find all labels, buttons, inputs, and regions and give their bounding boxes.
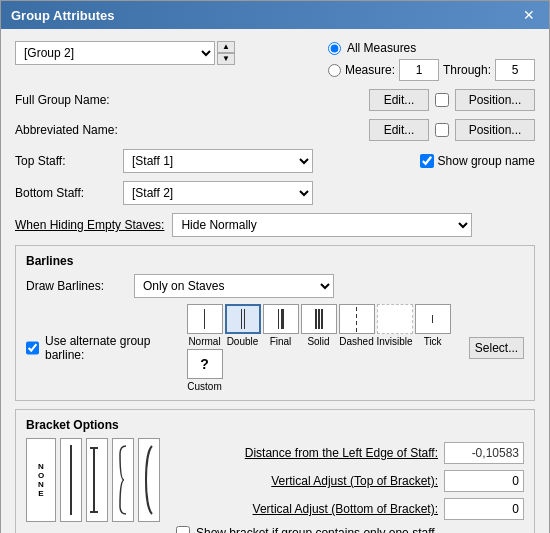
group-select[interactable]: [Group 2] <box>15 41 215 65</box>
bracket-curved[interactable] <box>138 438 160 522</box>
bottom-staff-label: Bottom Staff: <box>15 186 115 200</box>
spin-down-button[interactable]: ▼ <box>217 53 235 65</box>
all-measures-radio[interactable] <box>328 42 341 55</box>
vertical-bottom-row: Vertical Adjust (Bottom of Bracket): 0 <box>176 498 524 520</box>
barline-solid-label: Solid <box>307 336 329 347</box>
draw-barlines-select[interactable]: Only on Staves <box>134 274 334 298</box>
barline-final-label: Final <box>270 336 292 347</box>
distance-input[interactable]: -0,10583 <box>444 442 524 464</box>
bracket-curved-icon <box>142 444 156 516</box>
barline-tick[interactable]: Tick <box>415 304 451 347</box>
bracket-line-icon <box>70 445 72 515</box>
show-group-name-checkbox[interactable] <box>420 154 434 168</box>
dialog-title: Group Attributes <box>11 8 115 23</box>
barline-tick-label: Tick <box>424 336 442 347</box>
bracket-curly-icon <box>116 444 130 516</box>
barline-normal-icon <box>187 304 223 334</box>
bracket-line[interactable] <box>60 438 82 522</box>
show-bracket-row: Show bracket if group contains only one … <box>176 526 524 533</box>
barline-invisible-label: Invisible <box>377 336 413 347</box>
group-attributes-dialog: Group Attributes ✕ [Group 2] ▲ ▼ All Mea… <box>0 0 550 533</box>
top-staff-select[interactable]: [Staff 1] <box>123 149 313 173</box>
abbreviated-name-row: Abbreviated Name: Edit... Position... <box>15 119 535 141</box>
barline-double[interactable]: Double <box>225 304 261 347</box>
barline-custom[interactable]: ? Custom <box>187 349 223 392</box>
bottom-staff-row: Bottom Staff: [Staff 2] <box>15 181 535 205</box>
measure-fields-row: Measure: 1 Through: 5 <box>328 59 535 81</box>
measure-radio[interactable] <box>328 64 341 77</box>
barline-dashed-label: Dashed <box>339 336 373 347</box>
vertical-top-input[interactable]: 0 <box>444 470 524 492</box>
vertical-top-label: Vertical Adjust (Top of Bracket): <box>176 474 438 488</box>
measure-label[interactable]: Measure: <box>345 63 395 77</box>
barline-select-button[interactable]: Select... <box>469 337 524 359</box>
full-name-checkbox[interactable] <box>435 93 449 107</box>
barline-solid[interactable]: Solid <box>301 304 337 347</box>
top-staff-row: Top Staff: [Staff 1] Show group name <box>15 149 535 173</box>
dialog-content: [Group 2] ▲ ▼ All Measures Measure: 1 Th… <box>1 29 549 533</box>
bracket-none-label: NONE <box>38 462 44 498</box>
bracket-content: NONE <box>26 438 524 533</box>
all-measures-row: All Measures <box>328 41 535 55</box>
barline-double-label: Double <box>227 336 259 347</box>
vertical-bottom-label: Vertical Adjust (Bottom of Bracket): <box>176 502 438 516</box>
abbrev-name-checkbox[interactable] <box>435 123 449 137</box>
full-group-name-row: Full Group Name: Edit... Position... <box>15 89 535 111</box>
barline-custom-icon: ? <box>187 349 223 379</box>
barline-custom-label: Custom <box>187 381 221 392</box>
bracket-serif[interactable] <box>86 438 108 522</box>
measures-section: All Measures Measure: 1 Through: 5 <box>328 41 535 81</box>
abbrev-name-position-button[interactable]: Position... <box>455 119 535 141</box>
bottom-staff-select[interactable]: [Staff 2] <box>123 181 313 205</box>
barline-normal[interactable]: Normal <box>187 304 223 347</box>
full-name-position-button[interactable]: Position... <box>455 89 535 111</box>
measure-from-input[interactable]: 1 <box>399 59 439 81</box>
bracket-options-title: Bracket Options <box>26 418 524 432</box>
distance-label: Distance from the Left Edge of Staff: <box>176 446 438 460</box>
full-name-edit-button[interactable]: Edit... <box>369 89 429 111</box>
bracket-icons: NONE <box>26 438 166 533</box>
barline-tick-icon <box>415 304 451 334</box>
barline-final-icon <box>263 304 299 334</box>
hide-staves-select[interactable]: Hide Normally <box>172 213 472 237</box>
bracket-fields: Distance from the Left Edge of Staff: -0… <box>176 438 524 533</box>
vertical-bottom-input[interactable]: 0 <box>444 498 524 520</box>
through-label: Through: <box>443 63 491 77</box>
title-bar: Group Attributes ✕ <box>1 1 549 29</box>
alternate-barline-row: Use alternate group barline: Normal <box>26 304 524 392</box>
bracket-curly[interactable] <box>112 438 134 522</box>
barline-types: Normal Double <box>187 304 463 392</box>
spin-buttons: ▲ ▼ <box>217 41 235 65</box>
bracket-none[interactable]: NONE <box>26 438 56 522</box>
show-bracket-label: Show bracket if group contains only one … <box>196 526 435 533</box>
abbreviated-name-label: Abbreviated Name: <box>15 123 145 137</box>
top-staff-label: Top Staff: <box>15 154 115 168</box>
barline-dashed[interactable]: Dashed <box>339 304 375 347</box>
all-measures-label[interactable]: All Measures <box>347 41 416 55</box>
barline-final[interactable]: Final <box>263 304 299 347</box>
close-button[interactable]: ✕ <box>519 7 539 23</box>
abbrev-name-edit-button[interactable]: Edit... <box>369 119 429 141</box>
show-group-name-label: Show group name <box>438 154 535 168</box>
spin-up-button[interactable]: ▲ <box>217 41 235 53</box>
bracket-options-section: Bracket Options NONE <box>15 409 535 533</box>
barline-solid-icon <box>301 304 337 334</box>
barline-double-icon <box>225 304 261 334</box>
measure-to-input[interactable]: 5 <box>495 59 535 81</box>
full-group-name-label: Full Group Name: <box>15 93 145 107</box>
barline-invisible-icon <box>377 304 413 334</box>
vertical-top-row: Vertical Adjust (Top of Bracket): 0 <box>176 470 524 492</box>
barline-invisible[interactable]: Invisible <box>377 304 413 347</box>
top-row: [Group 2] ▲ ▼ All Measures Measure: 1 Th… <box>15 41 535 81</box>
group-selector-wrap: [Group 2] ▲ ▼ <box>15 41 235 65</box>
barline-dashed-icon <box>339 304 375 334</box>
draw-barlines-row: Draw Barlines: Only on Staves <box>26 274 524 298</box>
barline-normal-label: Normal <box>188 336 220 347</box>
alternate-barline-checkbox[interactable] <box>26 341 39 355</box>
draw-barlines-label: Draw Barlines: <box>26 279 126 293</box>
show-bracket-checkbox[interactable] <box>176 526 190 533</box>
hide-staves-row: When Hiding Empty Staves: Hide Normally <box>15 213 535 237</box>
barlines-title: Barlines <box>26 254 524 268</box>
distance-row: Distance from the Left Edge of Staff: -0… <box>176 442 524 464</box>
alternate-barline-label: Use alternate group barline: <box>45 334 181 362</box>
